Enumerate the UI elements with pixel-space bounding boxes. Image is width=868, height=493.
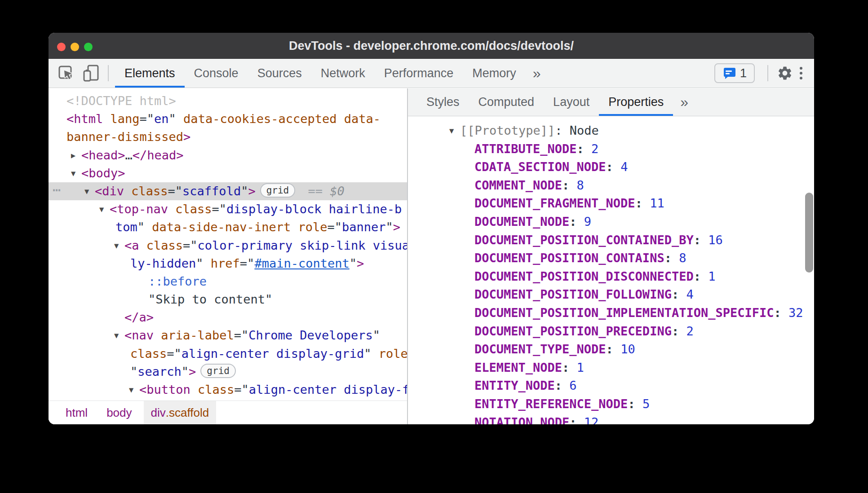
collapse-arrow-icon[interactable]: ▼ [71,164,75,182]
tab-network[interactable]: Network [311,59,375,88]
dom-token-plain: =" [240,256,255,270]
dom-token-val: search [137,365,182,379]
dom-row[interactable]: ▼<body> [49,164,407,182]
tab-performance[interactable]: Performance [375,59,463,88]
tab-elements[interactable]: Elements [115,59,185,88]
dom-token-attr: data-side-nav-inert [145,220,291,234]
dom-row[interactable]: tom" data-side-nav-inert role="banner"> [49,218,407,236]
more-sidebar-tabs-icon[interactable]: » [673,94,695,110]
collapse-arrow-icon[interactable]: ▼ [114,237,119,255]
sidebar-tab-styles[interactable]: Styles [417,88,469,116]
property-name: DOCUMENT_POSITION_DISCONNECTED [474,269,694,283]
collapse-arrow-icon[interactable]: ▼ [129,381,133,399]
dom-row[interactable]: "search">grid [49,363,407,381]
dom-token-val: en [154,112,169,126]
dom-row[interactable]: ::before [49,273,407,291]
scrollbar-thumb[interactable] [805,193,813,273]
property-row[interactable]: CDATA_SECTION_NODE: 4 [408,158,814,176]
dom-token-tag: <div [95,184,124,198]
property-name: ENTITY_NODE [474,379,555,392]
dom-token-attr: role [291,220,327,234]
inspect-element-icon[interactable] [56,63,76,84]
property-row[interactable]: DOCUMENT_POSITION_FOLLOWING: 4 [408,286,814,304]
window-title: DevTools - developer.chrome.com/docs/dev… [49,33,814,59]
property-value: 10 [620,342,635,356]
property-row[interactable]: ENTITY_REFERENCE_NODE: 5 [408,395,814,414]
dom-row[interactable]: ▼<button class="align-center display-f [49,381,407,399]
property-row[interactable]: COMMENT_NODE: 8 [408,176,814,195]
property-row[interactable]: DOCUMENT_POSITION_CONTAINED_BY: 16 [408,231,814,250]
tab-sources[interactable]: Sources [248,59,311,88]
property-row[interactable]: NOTATION_NODE: 12 [408,414,814,425]
sidebar-tab-layout[interactable]: Layout [544,88,599,116]
dom-row[interactable]: "Skip to content" [49,291,407,308]
dom-row[interactable]: <!DOCTYPE html> [49,92,407,110]
dom-row[interactable]: </a> [49,308,407,326]
dom-token-attr: banner-dismissed [66,130,183,144]
device-toolbar-icon[interactable] [81,63,102,84]
dom-row[interactable]: <html lang="en" data-cookies-accepted da… [49,110,407,128]
breadcrumb-item[interactable]: div.scaffold [144,401,217,424]
row-options-icon[interactable]: ⋯ [53,181,60,199]
dom-token-attr: class [168,202,212,216]
dom-token-tag: <a [124,238,139,252]
dom-token-plain: " [350,256,357,270]
collapse-arrow-icon[interactable]: ▼ [114,326,119,344]
property-row[interactable]: DOCUMENT_NODE: 9 [408,213,814,231]
dom-row[interactable]: ▼<a class="color-primary skip-link visua [49,237,407,255]
dom-token-tag: > [183,130,190,144]
property-row[interactable]: DOCUMENT_POSITION_PRECEDING: 2 [408,322,814,341]
collapse-arrow-icon[interactable]: ▼ [84,182,89,200]
grid-badge[interactable]: grid [200,364,236,378]
customize-devtools-icon[interactable] [800,67,802,79]
dom-token-pseudo: ::before [148,274,207,288]
property-value: 2 [591,142,598,156]
property-row[interactable]: ATTRIBUTE_NODE: 2 [408,140,814,158]
dom-row[interactable]: ▼<top-nav class="display-block hairline-… [49,200,407,218]
dom-row[interactable]: ▼<nav aria-label="Chrome Developers" [49,326,407,344]
prototype-separator: : [555,123,570,137]
grid-badge[interactable]: grid [260,183,296,198]
dom-row[interactable]: banner-dismissed> [49,128,407,146]
sidebar-tab-properties[interactable]: Properties [599,88,673,116]
property-row[interactable]: DOCUMENT_TYPE_NODE: 10 [408,340,814,359]
tab-memory[interactable]: Memory [463,59,526,88]
prototype-row[interactable]: ▼[[Prototype]]: Node [408,122,814,140]
settings-gear-icon[interactable] [775,63,795,84]
tab-label: Layout [553,95,589,109]
property-name: DOCUMENT_TYPE_NODE [474,342,606,356]
dom-token-plain: " [182,365,189,379]
dom-token-tag: > [248,184,255,198]
property-row[interactable]: DOCUMENT_POSITION_IMPLEMENTATION_SPECIFI… [408,304,814,322]
more-tabs-icon[interactable]: » [526,65,548,82]
dom-token-tag: <nav [124,328,154,342]
sidebar-panel: StylesComputedLayoutProperties » ▼[[Prot… [408,88,814,424]
dom-row[interactable]: ly-hidden" href="#main-content"> [49,255,407,273]
property-row[interactable]: DOCUMENT_POSITION_CONTAINS: 8 [408,249,814,268]
tab-label: Sources [257,66,302,80]
properties-list: ▼[[Prototype]]: NodeATTRIBUTE_NODE: 2CDA… [408,116,814,424]
property-colon: : [694,233,709,247]
tab-console[interactable]: Console [185,59,248,88]
breadcrumb-item[interactable]: body [99,401,139,424]
property-row[interactable]: ELEMENT_NODE: 1 [408,359,814,377]
property-row[interactable]: DOCUMENT_POSITION_DISCONNECTED: 1 [408,268,814,286]
collapse-arrow-icon[interactable]: ▼ [449,122,454,140]
dom-row[interactable]: ▶<head>…</head> [49,146,407,164]
dom-row[interactable]: class="align-center display-grid" role= [49,345,407,363]
crumb-token-tag: html [66,406,88,420]
property-name: DOCUMENT_POSITION_PRECEDING [474,324,672,338]
collapse-arrow-icon[interactable]: ▼ [99,200,104,218]
dom-token-attr: class [139,238,183,252]
property-row[interactable]: DOCUMENT_FRAGMENT_NODE: 11 [408,194,814,213]
dom-token-tag: <body> [81,166,125,180]
issues-message-button[interactable]: 1 [714,63,755,83]
expand-arrow-icon[interactable]: ▶ [71,146,75,164]
dom-token-plain: " [364,347,371,361]
sidebar-tab-computed[interactable]: Computed [469,88,544,116]
dom-token-tag: <button [139,383,190,396]
dom-row-selected[interactable]: ⋯▼<div class="scaffold">grid == $0 [49,182,407,200]
main-tabs: ElementsConsoleSourcesNetworkPerformance… [115,59,526,88]
breadcrumb-item[interactable]: html [58,401,95,424]
property-row[interactable]: ENTITY_NODE: 6 [408,377,814,395]
